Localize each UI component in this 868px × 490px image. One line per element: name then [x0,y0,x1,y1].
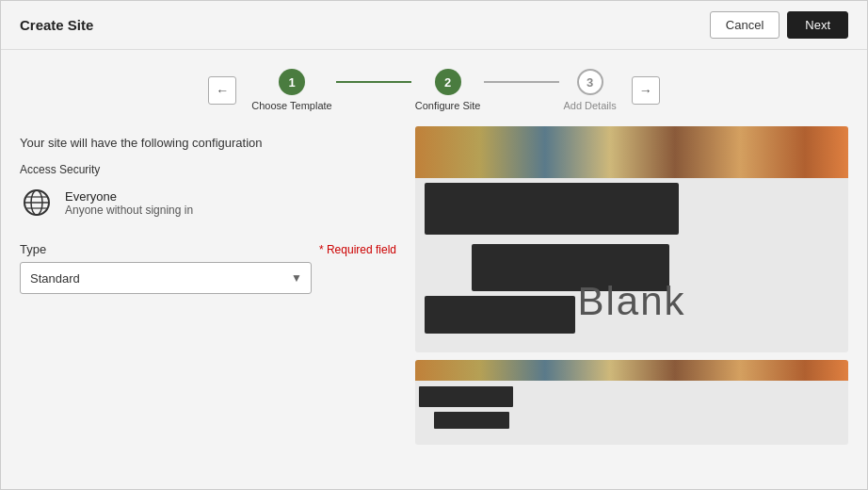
connector-1-2 [336,81,411,83]
type-select[interactable]: Standard Departmental Portfolio [20,262,312,294]
stepper-container: ← 1 Choose Template 2 Configure [1,50,867,126]
modal-container: Create Site Cancel Next ← 1 Choose Templ… [0,0,868,490]
stepper: ← 1 Choose Template 2 Configure [208,69,659,111]
template-top-texture [415,126,848,178]
type-select-wrapper: Standard Departmental Portfolio ▼ [20,262,312,294]
blank-dark-rect-bottom [425,296,575,334]
forward-arrow-icon: → [639,83,652,98]
modal-header: Create Site Cancel Next [1,1,867,50]
access-text: Everyone Anyone without signing in [65,189,193,217]
access-security-row: Everyone Anyone without signing in [20,186,396,220]
connector-2-3 [484,81,559,83]
back-arrow-icon: ← [216,83,229,98]
stepper-steps: 1 Choose Template 2 Configure Site [251,69,616,111]
required-label: * Required field [319,243,396,256]
second-template-bar1 [419,386,513,407]
step-1: 1 Choose Template [251,69,331,111]
stepper-back-button[interactable]: ← [208,76,236,105]
main-content: Your site will have the following config… [1,126,867,489]
blank-dark-rect-top [425,183,679,235]
access-everyone-label: Everyone [65,189,193,204]
required-asterisk: * [319,243,327,256]
globe-icon [20,186,54,220]
config-title: Your site will have the following config… [20,136,396,150]
second-template-bar2 [434,412,509,429]
access-security-label: Access Security [20,163,396,176]
right-panel[interactable]: Blank [415,126,848,470]
step-1-label: Choose Template [251,100,331,111]
cancel-button[interactable]: Cancel [710,11,780,39]
step-3-label: Add Details [563,100,616,111]
header-actions: Cancel Next [710,11,848,39]
modal-title: Create Site [20,17,93,33]
second-template-card[interactable] [415,360,848,445]
type-label: Type [20,242,46,256]
blank-template-card[interactable]: Blank [415,126,848,352]
step-2: 2 Configure Site [415,69,481,111]
step-2-circle: 2 [435,69,461,95]
step-2-label: Configure Site [415,100,481,111]
second-template-top-texture [415,360,848,381]
type-field-row: Type * Required field [20,242,396,256]
stepper-forward-button[interactable]: → [632,76,660,105]
step-3-circle: 3 [577,69,603,95]
access-everyone-desc: Anyone without signing in [65,204,193,217]
next-button[interactable]: Next [787,11,848,39]
step-1-circle: 1 [279,69,305,95]
left-panel: Your site will have the following config… [20,126,396,470]
step-3: 3 Add Details [563,69,616,111]
